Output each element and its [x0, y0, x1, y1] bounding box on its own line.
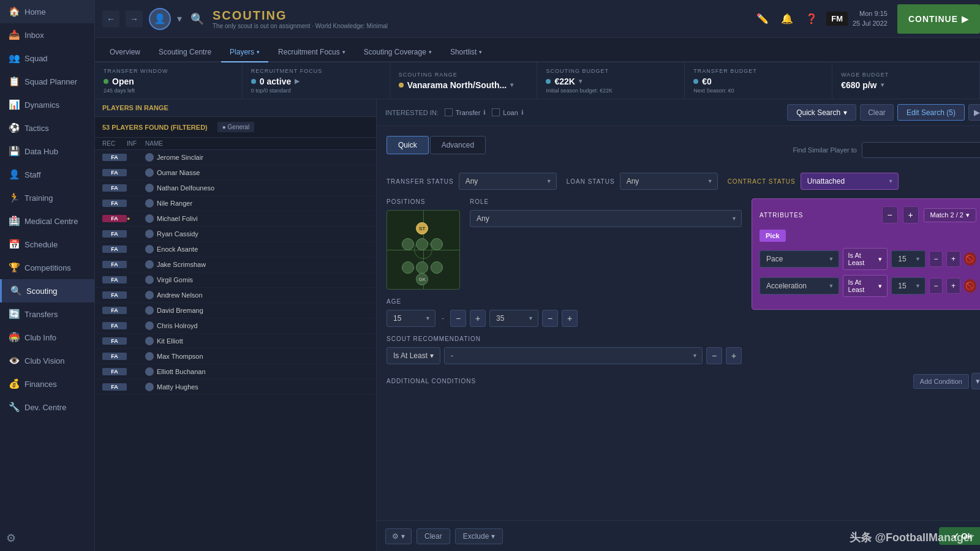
position-gk[interactable]: GK [416, 273, 428, 285]
attr2-remove-btn[interactable]: 🚫 [964, 279, 976, 293]
attr2-name-select[interactable]: Acceleration [760, 277, 839, 294]
position-forward[interactable]: ST [416, 222, 428, 234]
player-row[interactable]: FA Elliott Buchanan [95, 364, 376, 380]
exclude-button[interactable]: Exclude ▾ [455, 528, 503, 544]
attr1-name-select[interactable]: Pace [760, 250, 839, 268]
clear-button[interactable]: Clear [860, 104, 894, 121]
loan-status-select[interactable]: Any [620, 173, 718, 190]
sidebar-item-dev-centre[interactable]: 🔧 Dev. Centre [0, 395, 94, 419]
tab-overview[interactable]: Overview [101, 43, 149, 62]
sidebar-item-squad[interactable]: 👥 Squad [0, 47, 94, 70]
attr2-decrease-btn[interactable]: − [929, 278, 943, 294]
pick-button[interactable]: Pick [760, 230, 786, 242]
sidebar-item-club-vision[interactable]: 👁️ Club Vision [0, 349, 94, 372]
attr1-decrease-btn[interactable]: − [929, 251, 943, 267]
continue-button[interactable]: CONTINUE ▶ [897, 4, 980, 34]
attr1-condition-dropdown[interactable]: Is At Least ▾ [843, 248, 888, 270]
sidebar-item-finances[interactable]: 💰 Finances [0, 372, 94, 395]
scout-rec-condition-dropdown[interactable]: Is At Least ▾ [386, 347, 440, 364]
attr2-condition-dropdown[interactable]: Is At Least ▾ [843, 275, 888, 297]
sidebar-item-medical[interactable]: 🏥 Medical Centre [0, 209, 94, 233]
player-row[interactable]: FA Oumar Niasse [95, 165, 376, 181]
gear-button[interactable]: ⚙ ▾ [385, 528, 412, 544]
age-max-select[interactable]: 35 [489, 310, 538, 327]
attr-global-increase-btn[interactable]: + [903, 206, 919, 223]
sidebar-item-scouting[interactable]: 🔍 Scouting [0, 279, 94, 302]
player-row[interactable]: FA Enock Asante [95, 242, 376, 257]
attr1-increase-btn[interactable]: + [946, 251, 960, 267]
tab-players[interactable]: Players ▾ [221, 43, 268, 62]
notifications-button[interactable]: 🔔 [777, 9, 797, 29]
tab-scouting-coverage[interactable]: Scouting Coverage ▾ [355, 43, 440, 62]
positions-field[interactable]: ST GK [386, 210, 460, 290]
age-min-decrease-btn[interactable]: − [450, 310, 466, 327]
attr1-remove-btn[interactable]: 🚫 [964, 252, 976, 266]
contract-status-select[interactable]: Unattached [801, 173, 899, 190]
wage-budget-expand-icon[interactable]: ▾ [881, 81, 884, 88]
scout-rec-increase-btn[interactable]: + [726, 347, 742, 364]
position-left-mid[interactable] [402, 238, 414, 250]
recruitment-focus-stat[interactable]: RECRUITMENT FOCUS 0 active ▶ 0 top/0 sta… [243, 62, 390, 99]
sidebar-item-schedule[interactable]: 📅 Schedule [0, 233, 94, 256]
sidebar-item-tactics[interactable]: ⚽ Tactics [0, 116, 94, 140]
clear-filter-button[interactable]: Clear [417, 528, 450, 544]
forward-button[interactable]: → [126, 10, 143, 28]
help-button[interactable]: ❓ [802, 9, 821, 29]
position-center-mid[interactable] [416, 238, 428, 250]
edit-icon-button[interactable]: ✏️ [753, 9, 772, 29]
sidebar-item-squad-planner[interactable]: 📋 Squad Planner [0, 70, 94, 93]
player-row[interactable]: FA Max Thompson [95, 349, 376, 364]
attr-global-decrease-btn[interactable]: − [882, 206, 898, 223]
player-row[interactable]: FA Jerome Sinclair [95, 150, 376, 165]
sidebar-item-club-info[interactable]: 🏟️ Club Info [0, 326, 94, 349]
sidebar-item-transfers[interactable]: 🔄 Transfers [0, 302, 94, 326]
tab-scouting-centre[interactable]: Scouting Centre [150, 43, 220, 62]
position-right-back[interactable] [431, 261, 443, 274]
player-row[interactable]: FA Andrew Nelson [95, 288, 376, 303]
sidebar-item-training[interactable]: 🏃 Training [0, 186, 94, 209]
back-button[interactable]: ← [102, 10, 119, 28]
sidebar-item-staff[interactable]: 👤 Staff [0, 163, 94, 186]
tab-shortlist[interactable]: Shortlist ▾ [442, 43, 491, 62]
attr1-val-select[interactable]: 15 [891, 250, 925, 268]
sidebar-item-competitions[interactable]: 🏆 Competitions [0, 256, 94, 279]
player-row[interactable]: FA Kit Elliott [95, 334, 376, 349]
sidebar-item-home[interactable]: 🏠 Home [0, 0, 94, 23]
position-left-back[interactable] [402, 261, 414, 274]
player-row[interactable]: FA Matty Hughes [95, 380, 376, 395]
transfer-status-select[interactable]: Any [459, 173, 557, 190]
player-row[interactable]: FA Jake Scrimshaw [95, 257, 376, 272]
player-row[interactable]: FA Chris Holroyd [95, 318, 376, 334]
position-center-back[interactable] [416, 261, 428, 274]
age-max-decrease-btn[interactable]: − [542, 310, 558, 327]
expand-right-button[interactable]: ▶ [968, 104, 980, 121]
scout-rec-decrease-btn[interactable]: − [706, 347, 722, 364]
player-row[interactable]: FA Ryan Cassidy [95, 227, 376, 242]
tab-advanced[interactable]: Advanced [430, 136, 486, 154]
player-row[interactable]: FA David Bremang [95, 303, 376, 318]
edit-search-button[interactable]: Edit Search (5) [897, 104, 965, 121]
player-row[interactable]: FA Nathan Delfouneso [95, 181, 376, 196]
attr2-val-select[interactable]: 15 [891, 277, 925, 294]
transfer-checkbox[interactable] [445, 108, 453, 116]
position-right-mid[interactable] [431, 238, 443, 250]
player-row[interactable]: FA Nile Ranger [95, 196, 376, 211]
general-filter-button[interactable]: ● General [217, 122, 254, 132]
add-condition-dropdown-button[interactable]: ▾ [971, 373, 980, 389]
attr2-increase-btn[interactable]: + [946, 278, 960, 294]
quick-search-button[interactable]: Quick Search ▾ [787, 104, 856, 121]
sidebar-item-inbox[interactable]: 📥 Inbox [0, 23, 94, 47]
age-min-increase-btn[interactable]: + [470, 310, 486, 327]
scouting-range-dropdown-icon[interactable]: ▾ [510, 81, 513, 88]
settings-icon[interactable]: ⚙ [6, 532, 16, 544]
age-max-increase-btn[interactable]: + [562, 310, 578, 327]
player-row[interactable]: FA Virgil Gomis [95, 272, 376, 288]
recruitment-expand-icon[interactable]: ▶ [295, 78, 300, 84]
tab-recruitment-focus[interactable]: Recruitment Focus ▾ [270, 43, 354, 62]
find-similar-input[interactable] [862, 142, 980, 158]
age-min-select[interactable]: 15 [386, 310, 435, 327]
loan-checkbox[interactable] [492, 108, 500, 116]
sidebar-item-dynamics[interactable]: 📊 Dynamics [0, 93, 94, 116]
scouting-budget-dropdown-icon[interactable]: ▾ [579, 78, 582, 84]
add-condition-button[interactable]: Add Condition [913, 374, 969, 389]
